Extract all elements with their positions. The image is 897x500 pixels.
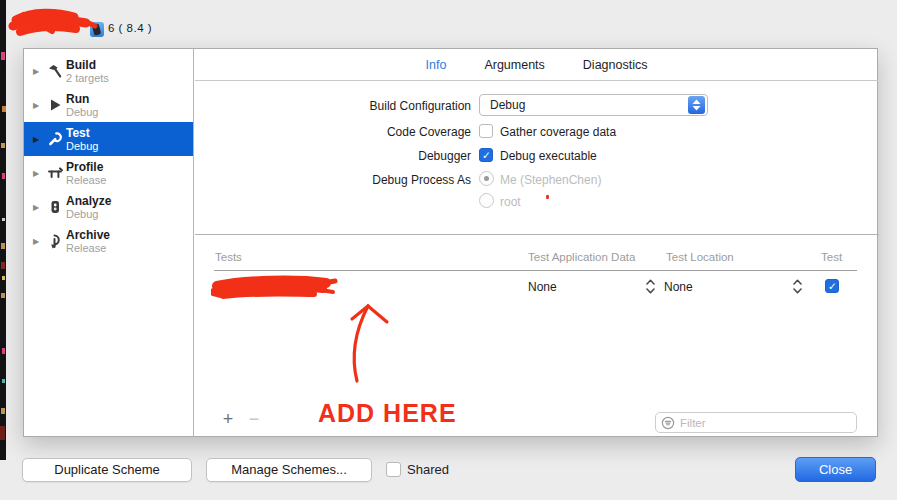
shared-label: Shared bbox=[407, 462, 449, 477]
code-coverage-option-label: Gather coverage data bbox=[500, 125, 616, 140]
sidebar-item-subtitle: Release bbox=[66, 243, 110, 254]
duplicate-scheme-button[interactable]: Duplicate Scheme bbox=[22, 458, 192, 482]
sidebar-item-title: Build bbox=[66, 59, 109, 71]
sidebar-item-test[interactable]: ▶ TestDebug bbox=[24, 122, 193, 156]
disclosure-triangle-icon[interactable]: ▶ bbox=[33, 67, 44, 76]
remove-test-button[interactable]: − bbox=[244, 409, 264, 430]
code-coverage-label: Code Coverage bbox=[195, 125, 471, 139]
sidebar-item-title: Analyze bbox=[66, 195, 111, 207]
table-header-divider bbox=[214, 270, 857, 271]
build-configuration-label: Build Configuration bbox=[195, 99, 471, 113]
test-enabled-checkbox[interactable] bbox=[825, 279, 839, 293]
tab-bar: Info Arguments Diagnostics bbox=[195, 49, 878, 81]
disclosure-triangle-icon[interactable]: ▶ bbox=[33, 101, 44, 110]
debug-process-root-radio[interactable] bbox=[479, 193, 494, 208]
tab-diagnostics[interactable]: Diagnostics bbox=[583, 58, 648, 72]
disclosure-triangle-icon[interactable]: ▶ bbox=[216, 283, 222, 292]
debug-process-root-label: root bbox=[500, 195, 521, 210]
tab-info[interactable]: Info bbox=[426, 58, 447, 72]
debug-process-as-label: Debug Process As bbox=[195, 173, 471, 187]
disclosure-triangle-icon[interactable]: ▶ bbox=[33, 203, 44, 212]
debugger-label: Debugger bbox=[195, 149, 471, 163]
filter-field[interactable] bbox=[655, 412, 857, 433]
disclosure-triangle-icon[interactable]: ▶ bbox=[33, 237, 44, 246]
sidebar-item-subtitle: Debug bbox=[66, 141, 98, 152]
manage-schemes-button[interactable]: Manage Schemes... bbox=[206, 458, 372, 482]
build-configuration-value: Debug bbox=[490, 95, 525, 115]
device-icon bbox=[90, 22, 104, 37]
disclosure-triangle-icon[interactable]: ▶ bbox=[33, 169, 44, 178]
redaction-scribble bbox=[211, 273, 339, 303]
debugger-checkbox[interactable] bbox=[479, 148, 493, 162]
scheme-device-selector[interactable]: 6 ( 8.4 ) bbox=[8, 6, 158, 40]
sidebar-item-subtitle: Debug bbox=[66, 107, 98, 118]
column-header-test-location: Test Location bbox=[666, 251, 734, 263]
sidebar-item-title: Archive bbox=[66, 229, 110, 241]
test-application-data-value[interactable]: None bbox=[528, 279, 557, 295]
filter-input[interactable] bbox=[680, 414, 850, 431]
sidebar-item-subtitle: 2 targets bbox=[66, 73, 109, 84]
location-stepper-icon[interactable] bbox=[793, 279, 802, 298]
scheme-actions-sidebar: ▶ Build2 targets ▶ RunDebug ▶ TestDebug … bbox=[24, 49, 194, 436]
column-header-tests: Tests bbox=[215, 251, 242, 263]
select-stepper-icon[interactable] bbox=[688, 96, 705, 114]
sidebar-item-title: Run bbox=[66, 93, 98, 105]
build-configuration-select[interactable]: Debug bbox=[479, 94, 708, 116]
red-speck-annotation bbox=[546, 195, 549, 199]
close-button[interactable]: Close bbox=[795, 457, 876, 482]
table-row[interactable]: ▶ None None bbox=[195, 273, 878, 305]
debug-process-me-label: Me (StephenChen) bbox=[500, 173, 601, 188]
wrench-icon bbox=[44, 131, 66, 147]
sidebar-item-title: Test bbox=[66, 127, 98, 139]
red-arrow-annotation bbox=[341, 297, 401, 387]
edit-scheme-dialog: ▶ Build2 targets ▶ RunDebug ▶ TestDebug … bbox=[23, 48, 878, 437]
sidebar-item-title: Profile bbox=[66, 161, 106, 173]
sidebar-item-run[interactable]: ▶ RunDebug bbox=[24, 88, 193, 122]
test-location-value[interactable]: None bbox=[664, 279, 693, 295]
app-data-stepper-icon[interactable] bbox=[646, 279, 655, 298]
debugger-option-label: Debug executable bbox=[500, 149, 597, 164]
code-coverage-checkbox[interactable] bbox=[479, 124, 493, 138]
filter-icon bbox=[661, 416, 675, 430]
column-header-test: Test bbox=[821, 251, 842, 263]
add-here-annotation: ADD HERE bbox=[318, 399, 457, 428]
shared-checkbox[interactable] bbox=[386, 462, 401, 477]
caliper-icon bbox=[44, 165, 66, 181]
play-icon bbox=[44, 97, 66, 113]
sidebar-item-subtitle: Release bbox=[66, 175, 106, 186]
sidebar-item-subtitle: Debug bbox=[66, 209, 111, 220]
sidebar-item-analyze[interactable]: ▶ AnalyzeDebug bbox=[24, 190, 193, 224]
column-header-test-application-data: Test Application Data bbox=[528, 251, 635, 263]
redaction-scribble bbox=[8, 6, 98, 40]
debug-process-me-radio[interactable] bbox=[479, 171, 494, 186]
disclosure-triangle-icon[interactable]: ▶ bbox=[33, 135, 44, 144]
hammer-icon bbox=[44, 63, 66, 79]
background-code-editor-strip bbox=[0, 0, 6, 460]
analyze-icon bbox=[44, 199, 66, 215]
section-divider bbox=[195, 234, 879, 235]
sidebar-item-profile[interactable]: ▶ ProfileRelease bbox=[24, 156, 193, 190]
sidebar-item-build[interactable]: ▶ Build2 targets bbox=[24, 54, 193, 88]
archive-icon bbox=[44, 233, 66, 249]
add-test-button[interactable]: + bbox=[218, 409, 238, 430]
sidebar-item-archive[interactable]: ▶ ArchiveRelease bbox=[24, 224, 193, 258]
tab-arguments[interactable]: Arguments bbox=[484, 58, 544, 72]
device-label: 6 ( 8.4 ) bbox=[108, 22, 152, 34]
